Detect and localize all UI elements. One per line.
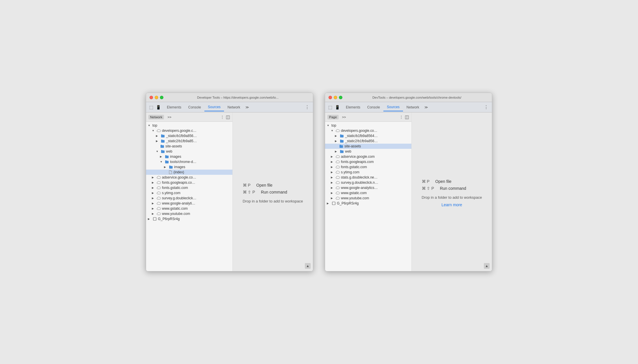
cloud-icon	[335, 155, 340, 159]
tree-item[interactable]: ▶ _static2/b1fb9a856…	[325, 138, 411, 144]
tab-console[interactable]: Console	[185, 104, 204, 111]
mobile-icon[interactable]: 📱	[334, 104, 340, 110]
maximize-button[interactable]	[160, 96, 163, 99]
tree-arrow: ▶	[331, 186, 335, 189]
tab-sources[interactable]: Sources	[383, 103, 403, 111]
tree-item[interactable]: ▶ adservice.google.co…	[146, 175, 232, 180]
tree-item[interactable]: ▶ survey.g.doubleclick.n…	[325, 180, 411, 185]
maximize-button[interactable]	[339, 96, 342, 99]
toggle-sidebar-button[interactable]: ◫	[226, 114, 230, 120]
close-button[interactable]	[150, 96, 153, 99]
minimize-button[interactable]	[155, 96, 158, 99]
tree-item[interactable]: site-assets	[325, 144, 411, 149]
tab-more-button[interactable]: ≫	[423, 104, 430, 110]
cloud-icon	[335, 186, 340, 190]
tree-label: developers.google.co…	[341, 129, 377, 133]
learn-more-link[interactable]: Learn more	[422, 202, 482, 207]
tab-menu-button[interactable]: ⋮	[483, 104, 490, 110]
tab-bar: ⬚ 📱 ElementsConsoleSourcesNetwork≫⋮	[146, 102, 313, 112]
inspect-icon[interactable]: ⬚	[327, 104, 333, 110]
tree-item[interactable]: ▶ G_P6rpRSr4g	[146, 216, 232, 222]
tree-item[interactable]: ▶ fonts.gstatic.com	[146, 185, 232, 190]
drop-text: Drop in a folder to add to workspace	[243, 199, 303, 203]
tree-item[interactable]: ▶ s.ytimg.com	[146, 190, 232, 196]
tree-item[interactable]: ▶ www.gstatic.com	[325, 190, 411, 196]
tab-sources[interactable]: Sources	[204, 103, 224, 111]
tree-item[interactable]: ▶ fonts.googleapis.com	[325, 159, 411, 164]
cloud-icon	[335, 191, 340, 195]
tree-item[interactable]: ▶ www.youtube.com	[325, 196, 411, 201]
tree-label: images	[170, 155, 181, 159]
scroll-to-top-button[interactable]: ▲	[305, 263, 311, 269]
tree-label: _static2/b1fb9a85…	[166, 139, 197, 143]
tree-label: fonts.googleapis.co…	[162, 181, 195, 185]
tree-label: tools/chrome-d…	[170, 160, 196, 164]
tab-elements[interactable]: Elements	[342, 104, 364, 111]
tree-item[interactable]: ▶ G_P6rpRSr4g	[325, 201, 411, 206]
tree-item[interactable]: ▼ tools/chrome-d…	[146, 159, 232, 164]
tree-item[interactable]: ▶ _static/b1fb9a8564…	[325, 133, 411, 138]
tree-arrow: ▶	[152, 197, 156, 200]
tree-arrow: ▼	[152, 129, 156, 132]
scroll-to-top-button[interactable]: ▲	[484, 263, 490, 269]
tree-item[interactable]: ▶ web	[325, 149, 411, 154]
tree-item[interactable]: ▶ stats.g.doubleclick.ne…	[325, 175, 411, 180]
tree-item[interactable]: ▶ survey.g.doubleclick…	[146, 196, 232, 201]
tree-item[interactable]: ▶ images	[146, 164, 232, 170]
editor-panel: ⌘ P Open file ⌘ ⇧ P Run command Drop in …	[233, 112, 313, 271]
tree-label: site-assets	[344, 144, 361, 148]
tree-label: www.gstatic.com	[341, 191, 367, 195]
tab-more-button[interactable]: ≫	[244, 104, 251, 110]
tree-item[interactable]: ▼ developers.google.co…	[325, 128, 411, 133]
tab-network[interactable]: Network	[403, 104, 423, 111]
panel-menu-button[interactable]: ⋮	[220, 115, 225, 120]
tree-item[interactable]: ▶ fonts.gstatic.com	[325, 164, 411, 170]
cloud-icon	[335, 170, 340, 174]
tree-arrow: ▶	[327, 202, 331, 205]
tree-item[interactable]: (index)	[146, 170, 232, 175]
tree-label: site-assets	[165, 144, 182, 148]
tree-item[interactable]: ▶ www.google-analytics…	[325, 185, 411, 190]
tree-arrow: ▶	[335, 150, 339, 153]
panel-tab-0[interactable]: Network	[148, 115, 164, 119]
traffic-lights	[329, 96, 342, 99]
tab-elements[interactable]: Elements	[163, 104, 185, 111]
close-button[interactable]	[329, 96, 332, 99]
tree-item[interactable]: site-assets	[146, 144, 232, 149]
minimize-button[interactable]	[334, 96, 337, 99]
tab-bar: ⬚ 📱 ElementsConsoleSourcesNetwork≫⋮	[325, 102, 492, 112]
tree-item[interactable]: ▶ _static2/b1fb9a85…	[146, 138, 232, 144]
panel-tab-0[interactable]: Page	[327, 115, 339, 119]
tree-arrow: ▼	[160, 160, 164, 163]
tab-network[interactable]: Network	[224, 104, 244, 111]
shortcut-label: Run command	[440, 186, 466, 191]
panel-tab-1[interactable]: >>	[340, 115, 348, 119]
inspect-icon[interactable]: ⬚	[148, 104, 154, 110]
tree-label: survey.g.doubleclick…	[162, 196, 196, 200]
tree-item[interactable]: ▼ web	[146, 149, 232, 154]
tree-item[interactable]: ▶ _static/b1fb9a856…	[146, 133, 232, 138]
tree-item[interactable]: ▶ s.ytimg.com	[325, 170, 411, 175]
tree-item[interactable]: ▶ www.google-analyti…	[146, 201, 232, 206]
folder-icon	[161, 134, 165, 138]
tree-item[interactable]: ▶ www.gstatic.com	[146, 206, 232, 211]
cloud-icon	[335, 181, 340, 185]
tree-item[interactable]: ▶ www.youtube.com	[146, 211, 232, 216]
toggle-sidebar-button[interactable]: ◫	[405, 114, 409, 120]
tab-menu-button[interactable]: ⋮	[304, 104, 311, 110]
tree-item[interactable]: ▼top	[146, 123, 232, 128]
tree-arrow: ▶	[156, 134, 160, 137]
tab-console[interactable]: Console	[364, 104, 383, 111]
tree-item[interactable]: ▶ images	[146, 154, 232, 159]
tree-label: top	[152, 123, 157, 127]
tree-item[interactable]: ▼ developers.google.c…	[146, 128, 232, 133]
folder-icon	[161, 149, 165, 153]
folder-icon	[160, 144, 165, 148]
tree-item[interactable]: ▼top	[325, 123, 411, 128]
panel-tab-1[interactable]: >>	[166, 115, 173, 119]
mobile-icon[interactable]: 📱	[155, 104, 161, 110]
tree-item[interactable]: ▶ adservice.google.com	[325, 154, 411, 159]
cloud-icon	[156, 129, 161, 133]
tree-item[interactable]: ▶ fonts.googleapis.co…	[146, 180, 232, 185]
panel-menu-button[interactable]: ⋮	[399, 115, 404, 120]
